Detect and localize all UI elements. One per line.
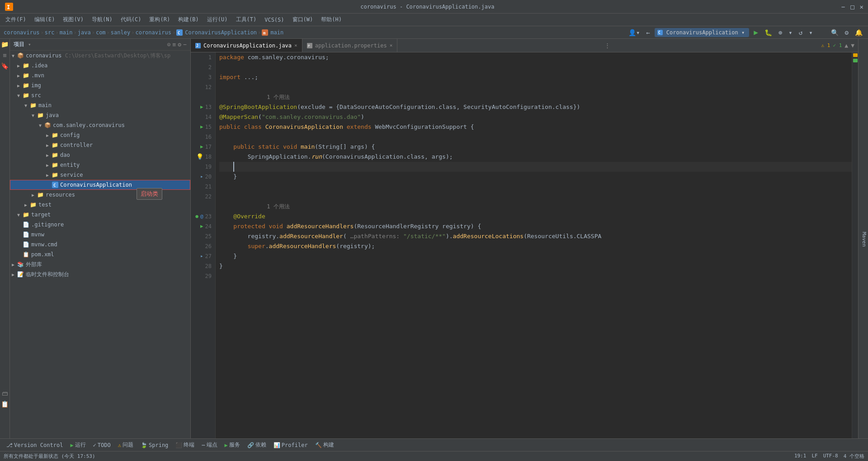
menu-edit[interactable]: 编辑(E): [31, 15, 59, 24]
warning-count[interactable]: ⚠ 1: [821, 42, 830, 48]
run-config-label[interactable]: CoronavirusApplication ▾: [665, 28, 746, 37]
menu-view[interactable]: 视图(V): [59, 15, 87, 24]
tree-pom[interactable]: ▶ 📋 pom.xml: [10, 249, 190, 259]
nav-com[interactable]: com: [96, 29, 106, 36]
sidebar-collapse-icon[interactable]: ≡: [173, 41, 176, 48]
menu-vcs[interactable]: VCS(S): [261, 16, 288, 24]
tree-scratches[interactable]: ▶ 📝 临时文件和控制台: [10, 269, 190, 279]
coverage-button[interactable]: ⊕: [777, 28, 784, 37]
tab-close-btn[interactable]: ×: [294, 42, 297, 48]
todo-btn[interactable]: ✓ TODO: [90, 441, 113, 449]
nav-src[interactable]: src: [45, 29, 55, 36]
folder-icon: 📁: [52, 142, 58, 148]
nav-back-btn[interactable]: ←: [644, 28, 651, 37]
sidebar-settings-icon[interactable]: ⚙: [178, 41, 181, 48]
tree-entity[interactable]: ▶ 📁 entity: [10, 160, 190, 170]
menu-tools[interactable]: 工具(T): [232, 15, 260, 24]
tree-test[interactable]: ▶ 📁 test: [10, 200, 190, 210]
tree-config[interactable]: ▶ 📁 config: [10, 130, 190, 140]
chevron-right-icon: ▶: [17, 83, 22, 88]
tree-mvnw[interactable]: ▶ 📄 mvnw: [10, 230, 190, 240]
db-icon[interactable]: 🗃: [2, 390, 8, 397]
folder-icon: 📁: [30, 102, 37, 108]
rollback-btn[interactable]: ↺: [797, 28, 804, 37]
tree-package[interactable]: ▼ 📦 com.sanley.coronavirus: [10, 120, 190, 130]
close-button[interactable]: ✕: [860, 3, 863, 10]
sidebar-scroll-icon[interactable]: ⊙: [167, 41, 171, 48]
menu-build[interactable]: 构建(B): [175, 15, 203, 24]
tree-img[interactable]: ▶ 📁 img: [10, 80, 190, 90]
menu-help[interactable]: 帮助(H): [317, 15, 345, 24]
tree-src[interactable]: ▼ 📁 src: [10, 90, 190, 100]
more-vcs-btn[interactable]: ▾: [807, 28, 814, 37]
menu-window[interactable]: 窗口(W): [289, 15, 317, 24]
code-line-24: protected void addResourceHandlers(Resou…: [219, 221, 852, 231]
sidebar-minimize-icon[interactable]: −: [183, 41, 187, 48]
maximize-button[interactable]: □: [850, 3, 854, 10]
nav-class[interactable]: CoronavirusApplication: [185, 29, 257, 36]
menu-navigate[interactable]: 导航(N): [88, 15, 116, 24]
project-icon[interactable]: 📁: [1, 41, 9, 48]
todo-icon[interactable]: 📋: [1, 400, 9, 408]
tree-mvn[interactable]: ▶ 📁 .mvn: [10, 71, 190, 80]
nav-profile-btn[interactable]: 👤▾: [627, 28, 642, 37]
gutter-line-28: 28: [191, 261, 212, 271]
line-ending[interactable]: LF: [811, 453, 817, 460]
tab-properties[interactable]: P application.properties ×: [302, 39, 398, 52]
tree-dao[interactable]: ▶ 📁 dao: [10, 150, 190, 160]
debug-button[interactable]: 🐛: [763, 28, 774, 37]
tab-close-btn[interactable]: ×: [390, 42, 393, 48]
notifications-btn[interactable]: 🔔: [853, 28, 864, 37]
terminal-btn[interactable]: ⬛ 终端: [173, 440, 197, 450]
tree-resources[interactable]: ▶ 📁 resources: [10, 190, 190, 200]
code-line-16: [219, 132, 852, 142]
build-btn[interactable]: 🔨 构建: [312, 440, 337, 450]
nav-main[interactable]: main: [60, 29, 73, 36]
menu-code[interactable]: 代码(C): [117, 15, 145, 24]
spring-btn[interactable]: 🍃 Spring: [138, 441, 171, 449]
title-bar-controls[interactable]: − □ ✕: [841, 3, 863, 10]
version-control-btn[interactable]: ⎇ Version Control: [4, 441, 66, 449]
more-run-btn[interactable]: ▾: [787, 28, 794, 37]
nav-coronavirus[interactable]: coronavirus: [4, 29, 39, 36]
maven-label[interactable]: Maven: [860, 230, 868, 249]
tree-service[interactable]: ▶ 📁 service: [10, 170, 190, 180]
expand-all-icon[interactable]: ▼: [851, 42, 854, 49]
tree-external-libs[interactable]: ▶ 📚 外部库: [10, 259, 190, 269]
nav-sanley[interactable]: sanley: [111, 29, 130, 36]
ok-count[interactable]: ✓ 1: [833, 42, 842, 48]
menu-run[interactable]: 运行(U): [203, 15, 231, 24]
menu-file[interactable]: 文件(F): [2, 15, 30, 24]
nav-coronavirus2[interactable]: coronavirus: [135, 29, 171, 36]
tab-coronavirus-app[interactable]: J CoronavirusApplication.java ×: [191, 39, 302, 52]
nav-method[interactable]: main: [270, 29, 283, 36]
menu-refactor[interactable]: 重构(R): [146, 15, 174, 24]
tree-gitignore[interactable]: ▶ 📄 .gitignore: [10, 220, 190, 230]
tab-overflow-btn[interactable]: ⋮: [601, 39, 614, 52]
minimize-button[interactable]: −: [841, 3, 845, 10]
collapse-all-icon[interactable]: ▲: [844, 42, 848, 49]
endpoints-btn[interactable]: ⋯ 端点: [199, 440, 220, 450]
run-btn[interactable]: ▶ 运行: [67, 440, 88, 450]
tree-main[interactable]: ▼ 📁 main: [10, 100, 190, 110]
dependencies-btn[interactable]: 🔗 依赖: [245, 440, 269, 450]
tree-main-class[interactable]: ▶ C CoronavirusApplication: [10, 180, 190, 190]
tree-target[interactable]: ▼ 📁 target: [10, 210, 190, 220]
profiler-btn[interactable]: 📊 Profiler: [271, 441, 311, 449]
tree-mvnw-cmd[interactable]: ▶ 📄 mvnw.cmd: [10, 240, 190, 249]
search-everywhere-btn[interactable]: 🔍: [829, 28, 840, 37]
code-editor[interactable]: package com.sanley.coronavirus; import .…: [216, 52, 852, 438]
services-btn[interactable]: ▶ 服务: [222, 440, 243, 450]
nav-java[interactable]: java: [78, 29, 91, 36]
tree-idea[interactable]: ▶ 📁 .idea: [10, 61, 190, 71]
run-button[interactable]: ▶: [752, 27, 760, 38]
tree-java[interactable]: ▼ 📁 java: [10, 110, 190, 120]
encoding[interactable]: UTF-8: [823, 453, 838, 460]
bookmark-icon[interactable]: 🔖: [1, 62, 9, 70]
problems-btn[interactable]: ⚠ 问题: [115, 440, 136, 450]
tree-controller[interactable]: ▶ 📁 controller: [10, 140, 190, 150]
settings-btn[interactable]: ⚙: [843, 28, 850, 37]
cursor-position[interactable]: 19:1: [794, 453, 807, 460]
tree-root[interactable]: ▼ 📦 coronavirus C:\Users\Eastward\Deskto…: [10, 51, 190, 61]
structure-icon[interactable]: ≡: [3, 52, 6, 59]
